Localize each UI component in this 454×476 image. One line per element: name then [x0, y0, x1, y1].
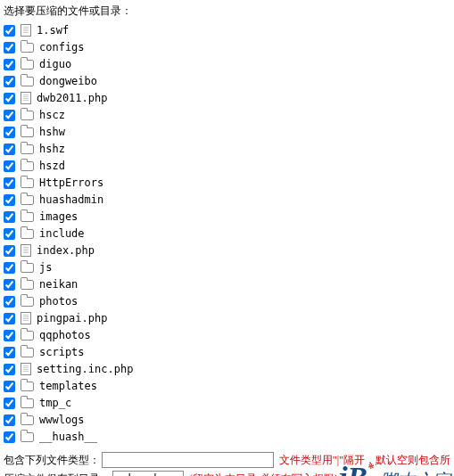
folder-icon	[21, 60, 34, 70]
file-name: __huash__	[39, 431, 97, 443]
folder-icon	[21, 382, 34, 391]
folder-icon	[21, 212, 34, 222]
file-row: hshz	[4, 141, 450, 157]
file-checkbox[interactable]	[4, 245, 15, 257]
file-checkbox[interactable]	[4, 228, 15, 240]
file-row: pingpai.php	[4, 310, 450, 326]
file-checkbox[interactable]	[4, 262, 15, 274]
file-checkbox[interactable]	[4, 194, 15, 206]
file-checkbox[interactable]	[4, 431, 15, 443]
file-name: hszd	[39, 160, 65, 172]
file-row: diguo	[4, 56, 450, 72]
file-name: HttpErrors	[39, 176, 103, 189]
file-checkbox[interactable]	[4, 347, 15, 358]
file-name: index.php	[37, 244, 95, 257]
file-row: images	[4, 209, 450, 225]
file-row: scripts	[4, 344, 450, 360]
folder-icon	[21, 127, 34, 137]
folder-icon	[21, 178, 34, 188]
file-checkbox[interactable]	[4, 93, 15, 104]
save-dir-input[interactable]	[112, 471, 184, 476]
file-checkbox[interactable]	[4, 160, 15, 172]
file-row: huashadmin	[4, 192, 450, 208]
file-name: qqphotos	[39, 329, 91, 341]
file-checkbox[interactable]	[4, 25, 15, 37]
folder-icon	[21, 331, 34, 341]
file-icon	[21, 244, 31, 257]
file-name: configs	[39, 41, 85, 53]
folder-icon	[21, 195, 34, 205]
file-checkbox[interactable]	[4, 313, 15, 324]
file-icon	[21, 363, 31, 375]
file-row: qqphotos	[4, 327, 450, 343]
file-checkbox[interactable]	[4, 414, 15, 426]
file-row: setting.inc.php	[4, 361, 450, 377]
file-row: hscz	[4, 107, 450, 123]
folder-icon	[21, 111, 34, 120]
file-name: diguo	[39, 58, 71, 70]
file-name: images	[39, 210, 78, 223]
folder-icon	[21, 43, 34, 53]
file-name: neikan	[39, 278, 78, 291]
file-checkbox[interactable]	[4, 296, 15, 308]
file-row: hshw	[4, 124, 450, 140]
file-checkbox[interactable]	[4, 110, 15, 121]
file-checkbox[interactable]	[4, 144, 15, 155]
folder-icon	[21, 398, 34, 408]
folder-icon	[21, 280, 34, 290]
file-name: huashadmin	[39, 193, 103, 206]
file-checkbox[interactable]	[4, 76, 15, 87]
file-name: js	[39, 261, 52, 274]
save-dir-label: 压缩文件保存到目录：	[4, 472, 111, 477]
folder-icon	[21, 263, 34, 273]
file-name: dongweibo	[39, 75, 97, 87]
file-checkbox[interactable]	[4, 381, 15, 392]
folder-icon	[21, 77, 34, 86]
folder-icon	[21, 144, 34, 154]
file-row: hszd	[4, 158, 450, 174]
file-icon	[21, 312, 31, 324]
file-row: include	[4, 226, 450, 242]
folder-icon	[21, 297, 34, 307]
file-checkbox[interactable]	[4, 177, 15, 189]
file-row: wwwlogs	[4, 412, 450, 428]
compress-form: 包含下列文件类型： 文件类型用"|"隔开，默认空则包含所 压缩文件保存到目录： …	[4, 452, 450, 476]
file-checkbox[interactable]	[4, 127, 15, 138]
folder-icon	[21, 161, 34, 171]
file-checkbox[interactable]	[4, 364, 15, 375]
file-checkbox[interactable]	[4, 42, 15, 53]
file-name: include	[39, 227, 85, 240]
include-types-input[interactable]	[102, 452, 274, 468]
file-name: pingpai.php	[37, 312, 107, 324]
file-checkbox[interactable]	[4, 59, 15, 70]
file-row: photos	[4, 293, 450, 309]
file-name: photos	[39, 295, 78, 308]
include-types-hint: 文件类型用"|"隔开，默认空则包含所	[279, 453, 450, 468]
file-row: __huash__	[4, 429, 450, 445]
file-row: dongweibo	[4, 73, 450, 89]
file-row: templates	[4, 378, 450, 394]
file-name: hshz	[39, 143, 65, 155]
page-title: 选择要压缩的文件或目录：	[4, 4, 450, 19]
file-name: dwb2011.php	[37, 92, 107, 104]
include-types-label: 包含下列文件类型：	[4, 453, 100, 468]
file-name: wwwlogs	[39, 414, 85, 426]
file-row: configs	[4, 39, 450, 55]
file-row: neikan	[4, 276, 450, 292]
file-row: dwb2011.php	[4, 90, 450, 106]
file-row: js	[4, 259, 450, 275]
file-name: hshw	[39, 126, 65, 138]
folder-icon	[21, 229, 34, 239]
file-row: HttpErrors	[4, 175, 450, 191]
folder-icon	[21, 348, 34, 357]
file-icon	[21, 24, 31, 37]
file-name: hscz	[39, 109, 65, 121]
file-checkbox[interactable]	[4, 279, 15, 291]
file-list: 1.swfconfigsdiguodongweibodwb2011.phphsc…	[4, 22, 450, 445]
file-checkbox[interactable]	[4, 330, 15, 341]
file-checkbox[interactable]	[4, 398, 15, 409]
file-row: 1.swf	[4, 22, 450, 38]
file-checkbox[interactable]	[4, 211, 15, 223]
file-row: index.php	[4, 242, 450, 259]
file-row: tmp_c	[4, 395, 450, 411]
